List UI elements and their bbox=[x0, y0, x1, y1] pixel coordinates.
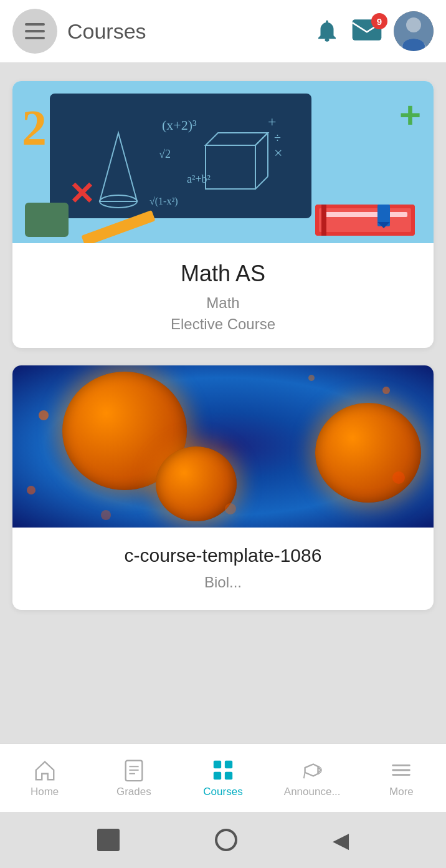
math-deco-2: 2 bbox=[22, 100, 47, 157]
math-plus-icon: + bbox=[399, 94, 421, 137]
notification-bell-button[interactable] bbox=[314, 18, 340, 44]
system-home-button[interactable] bbox=[215, 829, 237, 851]
course-name-bio: c-course-template-1086 bbox=[25, 545, 421, 566]
svg-line-10 bbox=[255, 133, 268, 145]
svg-line-41 bbox=[304, 772, 305, 778]
hamburger-line bbox=[25, 30, 45, 32]
nav-item-home[interactable]: Home bbox=[0, 744, 89, 812]
svg-line-11 bbox=[255, 176, 268, 189]
header: Courses 9 bbox=[0, 0, 446, 62]
nav-label-more: More bbox=[389, 786, 414, 798]
nav-label-grades: Grades bbox=[116, 786, 151, 798]
svg-text:÷: ÷ bbox=[274, 131, 281, 145]
svg-text:√(1-x²): √(1-x²) bbox=[149, 196, 178, 207]
system-bar: ◀ bbox=[0, 812, 446, 868]
svg-rect-8 bbox=[206, 145, 255, 189]
svg-rect-23 bbox=[321, 205, 326, 236]
course-subject-math: Math bbox=[25, 294, 421, 312]
course-subject-bio: Biol... bbox=[25, 574, 421, 591]
course-card-math-as[interactable]: 2 bbox=[12, 81, 434, 348]
courses-list: 2 bbox=[0, 62, 446, 743]
nav-item-more[interactable]: More bbox=[357, 744, 446, 812]
svg-point-26 bbox=[39, 410, 49, 420]
course-info-bio: c-course-template-1086 Biol... bbox=[12, 528, 434, 610]
math-course-image: 2 bbox=[12, 81, 434, 243]
svg-rect-40 bbox=[225, 771, 232, 779]
mail-badge: 9 bbox=[371, 13, 387, 29]
course-name-math: Math AS bbox=[25, 261, 421, 287]
svg-point-31 bbox=[308, 375, 315, 381]
bio-course-image bbox=[12, 365, 434, 528]
x-mark-icon: ✕ bbox=[69, 176, 95, 212]
svg-point-28 bbox=[392, 471, 405, 484]
svg-text:(x+2)³: (x+2)³ bbox=[162, 117, 197, 133]
hamburger-line bbox=[25, 23, 45, 26]
svg-rect-21 bbox=[319, 208, 411, 232]
book-icon bbox=[315, 205, 415, 236]
hamburger-line bbox=[25, 37, 45, 39]
svg-text:×: × bbox=[274, 145, 283, 161]
calculator-icon bbox=[25, 203, 69, 237]
svg-rect-39 bbox=[214, 771, 221, 779]
system-square-button[interactable] bbox=[97, 829, 120, 851]
system-back-button[interactable]: ◀ bbox=[333, 827, 349, 852]
svg-point-0 bbox=[325, 38, 330, 41]
user-avatar[interactable] bbox=[394, 11, 434, 51]
svg-point-30 bbox=[225, 503, 236, 514]
svg-marker-9 bbox=[206, 133, 268, 145]
nav-item-announcements[interactable]: Announce... bbox=[268, 744, 357, 812]
nav-label-courses: Courses bbox=[203, 786, 242, 798]
nav-item-grades[interactable]: Grades bbox=[89, 744, 178, 812]
nav-item-courses[interactable]: Courses bbox=[178, 744, 267, 812]
svg-point-27 bbox=[382, 387, 390, 394]
svg-text:+: + bbox=[268, 113, 277, 130]
svg-rect-37 bbox=[214, 760, 221, 768]
bottom-navigation: Home Grades Courses Announce... bbox=[0, 743, 446, 812]
svg-point-29 bbox=[27, 486, 36, 494]
svg-rect-22 bbox=[323, 212, 407, 217]
svg-point-32 bbox=[101, 510, 111, 520]
svg-point-3 bbox=[406, 17, 421, 32]
header-icons: 9 bbox=[314, 11, 434, 51]
mail-button[interactable]: 9 bbox=[351, 18, 382, 44]
page-title: Courses bbox=[67, 19, 304, 44]
course-card-bio[interactable]: c-course-template-1086 Biol... bbox=[12, 365, 434, 610]
menu-button[interactable] bbox=[12, 9, 57, 54]
course-info-math: Math AS Math Elective Course bbox=[12, 243, 434, 348]
svg-text:√2: √2 bbox=[159, 148, 171, 160]
svg-marker-6 bbox=[100, 133, 137, 201]
nav-label-home: Home bbox=[31, 786, 59, 798]
svg-rect-38 bbox=[225, 760, 232, 768]
nav-label-announcements: Announce... bbox=[284, 786, 341, 798]
course-type-math: Elective Course bbox=[25, 316, 421, 333]
svg-text:a²+b²: a²+b² bbox=[187, 173, 211, 185]
